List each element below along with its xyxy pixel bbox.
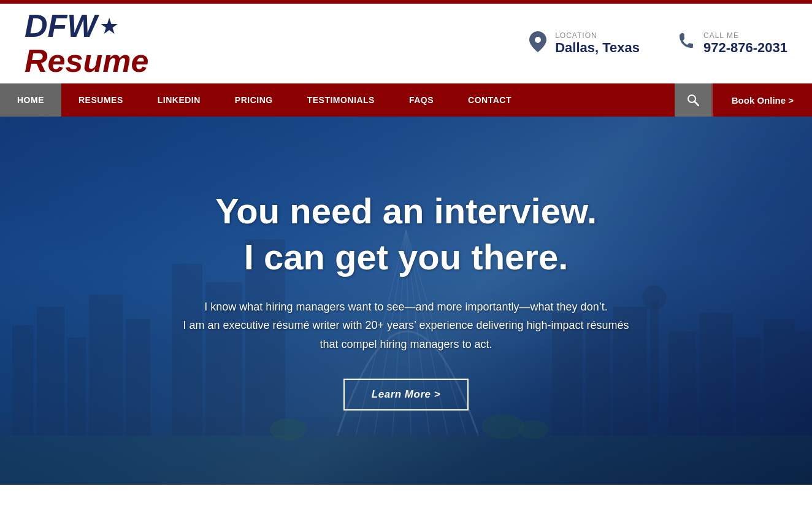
svg-rect-29 xyxy=(794,331,812,436)
hero-subtext-line2: I am an executive résumé writer with 20+… xyxy=(183,319,629,331)
logo-resume: Resume xyxy=(25,44,148,79)
svg-rect-27 xyxy=(736,337,760,436)
nav-linkedin[interactable]: LINKEDIN xyxy=(140,83,218,117)
svg-rect-33 xyxy=(331,433,491,440)
svg-line-1 xyxy=(695,102,699,106)
hero-headline1: You need an interview. xyxy=(183,191,629,232)
logo[interactable]: DFW ★ Resume xyxy=(25,9,148,79)
svg-rect-4 xyxy=(0,436,812,485)
phone-item: CALL ME 972-876-2031 xyxy=(676,31,787,56)
nav-testimonials[interactable]: TESTIMONIALS xyxy=(290,83,392,117)
phone-label: CALL ME xyxy=(703,31,787,40)
search-button[interactable] xyxy=(675,83,711,117)
hero-section: You need an interview. I can get you the… xyxy=(0,117,812,485)
nav-faqs[interactable]: FAQS xyxy=(392,83,451,117)
location-info: LOCATION Dallas, Texas xyxy=(555,31,640,56)
svg-point-32 xyxy=(518,420,549,439)
nav-resumes[interactable]: RESUMES xyxy=(61,83,140,117)
logo-dfw: DFW xyxy=(25,9,97,44)
phone-icon xyxy=(676,33,695,55)
header: DFW ★ Resume LOCATION Dallas, Texas xyxy=(0,4,812,83)
svg-rect-25 xyxy=(668,331,696,436)
phone-value: 972-876-2031 xyxy=(703,40,787,56)
nav-home[interactable]: HOME xyxy=(0,83,61,117)
book-online-wrapper: Book Online > xyxy=(711,83,812,117)
location-icon xyxy=(529,31,546,56)
hero-headline2: I can get you there. xyxy=(183,237,629,278)
learn-more-button[interactable]: Learn More > xyxy=(343,379,469,411)
header-contact: LOCATION Dallas, Texas CALL ME 972-876-2… xyxy=(529,31,787,56)
svg-point-30 xyxy=(270,418,307,441)
main-nav: HOME RESUMES LINKEDIN PRICING TESTIMONIA… xyxy=(0,83,812,117)
star-icon: ★ xyxy=(99,14,119,39)
search-icon xyxy=(687,94,699,106)
location-label: LOCATION xyxy=(555,31,640,40)
svg-rect-6 xyxy=(37,307,64,436)
nav-contact[interactable]: CONTACT xyxy=(451,83,529,117)
svg-rect-5 xyxy=(12,325,34,436)
hero-subtext-line3: that compel hiring managers to act. xyxy=(320,338,492,350)
svg-rect-28 xyxy=(764,319,794,436)
phone-info: CALL ME 972-876-2031 xyxy=(703,31,787,56)
location-item: LOCATION Dallas, Texas xyxy=(529,31,640,56)
hero-subtext-line1: I know what hiring managers want to see—… xyxy=(204,301,607,313)
book-online-button[interactable]: Book Online > xyxy=(713,83,812,117)
nav-pricing[interactable]: PRICING xyxy=(218,83,290,117)
hero-content: You need an interview. I can get you the… xyxy=(158,191,653,410)
nav-items: HOME RESUMES LINKEDIN PRICING TESTIMONIA… xyxy=(0,83,675,117)
hero-subtext: I know what hiring managers want to see—… xyxy=(183,298,629,354)
svg-rect-9 xyxy=(126,319,150,436)
svg-rect-7 xyxy=(67,337,86,436)
svg-rect-26 xyxy=(699,313,733,436)
svg-rect-8 xyxy=(89,295,123,436)
location-value: Dallas, Texas xyxy=(555,40,640,56)
